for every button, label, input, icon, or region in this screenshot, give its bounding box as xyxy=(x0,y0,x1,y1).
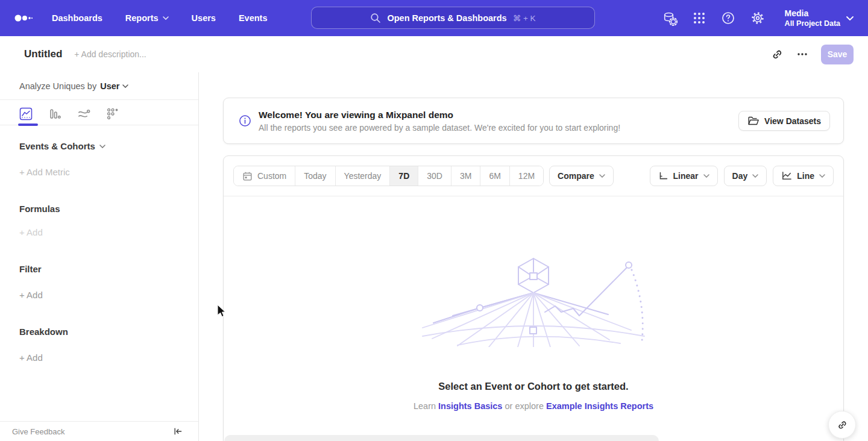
share-link-fab[interactable] xyxy=(828,411,856,439)
more-options-icon[interactable] xyxy=(797,52,808,56)
date-range-7d[interactable]: 7D xyxy=(389,166,418,186)
nav-item-events[interactable]: Events xyxy=(239,13,268,23)
report-card: Custom Today Yesterday 7D 30D 3M 6M 12M … xyxy=(223,155,844,441)
info-icon xyxy=(239,114,251,127)
welcome-banner: Welcome! You are viewing a Mixpanel demo… xyxy=(223,98,844,144)
add-description-field[interactable]: + Add description... xyxy=(74,49,146,59)
events-cohorts-label: Events & Cohorts xyxy=(19,141,95,151)
apps-grid-icon[interactable] xyxy=(693,11,706,25)
date-range-30d[interactable]: 30D xyxy=(418,166,451,186)
add-metric-button[interactable]: + Add Metric xyxy=(19,167,179,177)
nav-item-label: Users xyxy=(192,13,216,23)
analyze-value-dropdown[interactable]: User xyxy=(100,81,128,91)
main-content: Welcome! You are viewing a Mixpanel demo… xyxy=(199,72,868,441)
view-datasets-button[interactable]: View Datasets xyxy=(738,111,830,131)
give-feedback-link[interactable]: Give Feedback xyxy=(12,427,64,436)
date-range-label: 12M xyxy=(518,171,535,181)
help-icon[interactable] xyxy=(721,11,735,25)
banner-subtitle: All the reports you see are powered by a… xyxy=(259,123,620,133)
date-range-3m[interactable]: 3M xyxy=(451,166,480,186)
interval-label: Day xyxy=(732,171,748,181)
add-breakdown-button[interactable]: + Add xyxy=(19,352,179,363)
chevron-down-icon xyxy=(846,16,854,20)
nav-item-label: Dashboards xyxy=(52,13,102,23)
date-range-yesterday[interactable]: Yesterday xyxy=(335,166,390,186)
chart-controls-row: Custom Today Yesterday 7D 30D 3M 6M 12M … xyxy=(224,156,843,196)
empty-state-illustration xyxy=(421,257,646,347)
date-range-12m[interactable]: 12M xyxy=(509,166,543,186)
copy-link-icon[interactable] xyxy=(771,48,784,61)
chart-type-dropdown[interactable]: Line xyxy=(773,166,834,186)
nav-right-cluster: Media All Project Data xyxy=(662,0,854,36)
formulas-label: Formulas xyxy=(19,204,60,214)
example-reports-link[interactable]: Example Insights Reports xyxy=(546,401,653,411)
data-management-icon[interactable] xyxy=(662,11,678,26)
date-range-custom[interactable]: Custom xyxy=(234,166,295,186)
nav-item-dashboards[interactable]: Dashboards xyxy=(52,13,102,23)
date-range-today[interactable]: Today xyxy=(295,166,335,186)
calendar-icon xyxy=(242,171,253,181)
filter-label: Filter xyxy=(19,264,42,274)
banner-title: Welcome! You are viewing a Mixpanel demo xyxy=(259,110,620,120)
chevron-down-icon xyxy=(752,174,758,178)
analyze-value: User xyxy=(100,81,119,91)
insights-basics-link[interactable]: Insights Basics xyxy=(438,401,502,411)
scale-dropdown[interactable]: Linear xyxy=(650,166,718,186)
filter-header: Filter xyxy=(19,264,179,274)
formulas-header: Formulas xyxy=(19,204,179,214)
collapse-sidebar-icon[interactable] xyxy=(173,427,183,436)
tab-flows-icon[interactable] xyxy=(77,107,90,124)
view-datasets-label: View Datasets xyxy=(764,116,821,126)
settings-gear-icon[interactable] xyxy=(750,11,765,25)
add-formula-button[interactable]: + Add xyxy=(19,227,179,237)
primary-nav: Dashboards Reports Users Events xyxy=(52,13,267,23)
chevron-down-icon xyxy=(703,174,709,178)
bottom-panel-peek xyxy=(224,435,659,441)
project-name: Media xyxy=(785,8,840,19)
chevron-down-icon xyxy=(599,174,605,178)
analyze-uniques-row: Analyze Uniques by User xyxy=(0,72,198,100)
analyze-label: Analyze Uniques by xyxy=(19,81,96,91)
folder-icon xyxy=(747,116,759,126)
active-tab-underline xyxy=(18,124,38,126)
nav-item-reports[interactable]: Reports xyxy=(125,13,169,23)
explore-text: or explore xyxy=(505,401,543,411)
tab-bar-chart-icon[interactable] xyxy=(48,107,61,124)
empty-state-help-text: Learn Insights Basics or explore Example… xyxy=(224,401,843,411)
interval-dropdown[interactable]: Day xyxy=(724,166,767,186)
tab-retention-icon[interactable] xyxy=(106,107,119,124)
search-placeholder: Open Reports & Dashboards xyxy=(387,13,506,23)
mixpanel-logo-icon[interactable] xyxy=(14,14,33,22)
breakdown-label: Breakdown xyxy=(19,327,68,337)
nav-item-label: Reports xyxy=(125,13,159,23)
report-header-bar: Untitled + Add description... Save xyxy=(0,36,868,72)
date-range-label: Custom xyxy=(257,171,286,181)
save-button[interactable]: Save xyxy=(821,45,854,64)
empty-state: Select an Event or Cohort to get started… xyxy=(224,196,843,411)
compare-label: Compare xyxy=(558,171,594,181)
search-shortcut: ⌘ + K xyxy=(513,13,536,23)
line-chart-icon xyxy=(781,171,792,181)
nav-item-users[interactable]: Users xyxy=(192,13,216,23)
project-selector[interactable]: Media All Project Data xyxy=(785,8,854,28)
global-search[interactable]: Open Reports & Dashboards ⌘ + K xyxy=(311,7,595,29)
compare-dropdown[interactable]: Compare xyxy=(549,166,614,186)
date-range-label: Today xyxy=(304,171,326,181)
chevron-down-icon xyxy=(99,145,105,148)
add-filter-button[interactable]: + Add xyxy=(19,290,179,300)
query-builder-sidebar: Analyze Uniques by User xyxy=(0,72,199,441)
sidebar-footer: Give Feedback xyxy=(0,421,198,441)
tab-insights-icon[interactable] xyxy=(19,107,33,124)
top-navigation-bar: Dashboards Reports Users Events Open Rep… xyxy=(0,0,868,36)
report-title[interactable]: Untitled xyxy=(24,48,62,60)
chevron-down-icon xyxy=(163,16,169,20)
events-cohorts-header[interactable]: Events & Cohorts xyxy=(19,141,179,151)
date-range-label: 3M xyxy=(460,171,471,181)
empty-state-title: Select an Event or Cohort to get started… xyxy=(224,381,843,392)
visualization-tabs xyxy=(0,100,198,125)
date-range-label: Yesterday xyxy=(344,171,382,181)
breakdown-header: Breakdown xyxy=(19,327,179,337)
scale-label: Linear xyxy=(673,171,699,181)
search-icon xyxy=(370,13,381,23)
date-range-6m[interactable]: 6M xyxy=(480,166,509,186)
